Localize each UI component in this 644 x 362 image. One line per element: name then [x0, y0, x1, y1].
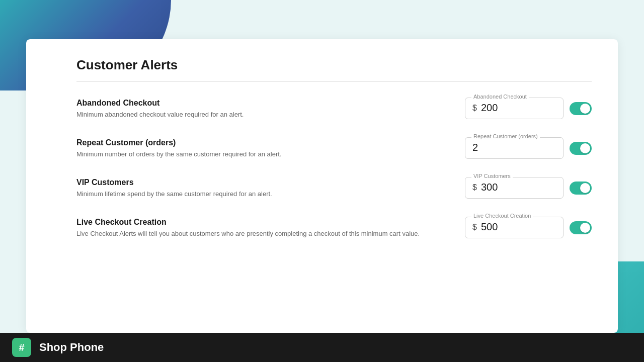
alert-control-abandoned-checkout: Abandoned Checkout$200 [465, 98, 592, 119]
fieldset-prefix-live-checkout: $ [472, 223, 477, 232]
fieldset-legend-abandoned-checkout: Abandoned Checkout [471, 94, 529, 100]
toggle-vip-customers[interactable] [570, 182, 592, 195]
toggle-repeat-customer[interactable] [570, 142, 592, 155]
alert-title-repeat-customer: Repeat Customer (orders) [76, 138, 465, 147]
fieldset-live-checkout[interactable]: Live Checkout Creation$500 [465, 217, 564, 238]
alert-row-live-checkout: Live Checkout CreationLive Checkout Aler… [76, 217, 592, 238]
bottom-bar: # Shop Phone [0, 333, 644, 362]
fieldset-legend-live-checkout: Live Checkout Creation [471, 213, 533, 219]
fieldset-content-vip-customers: $300 [472, 182, 556, 193]
alert-row-abandoned-checkout: Abandoned CheckoutMinimum abandoned chec… [76, 98, 592, 119]
alert-control-repeat-customer: Repeat Customer (orders)2 [465, 137, 592, 159]
fieldset-legend-repeat-customer: Repeat Customer (orders) [471, 133, 540, 139]
alert-title-abandoned-checkout: Abandoned Checkout [76, 99, 465, 108]
fieldset-value-abandoned-checkout: 200 [481, 102, 498, 114]
alert-title-live-checkout: Live Checkout Creation [76, 218, 465, 227]
logo-symbol: # [19, 342, 24, 353]
alert-info-repeat-customer: Repeat Customer (orders)Minimum number o… [76, 138, 465, 158]
fieldset-value-repeat-customer: 2 [472, 142, 478, 153]
toggle-track-repeat-customer [570, 142, 592, 155]
toggle-track-live-checkout [570, 221, 592, 234]
toggle-thumb-live-checkout [580, 223, 590, 233]
logo-icon: # [12, 338, 31, 357]
alert-desc-repeat-customer: Minimum number of orders by the same cus… [76, 150, 465, 158]
toggle-abandoned-checkout[interactable] [570, 102, 592, 115]
fieldset-value-live-checkout: 500 [481, 221, 498, 233]
alert-info-abandoned-checkout: Abandoned CheckoutMinimum abandoned chec… [76, 99, 465, 118]
toggle-live-checkout[interactable] [570, 221, 592, 234]
alert-info-vip-customers: VIP CustomersMinimum lifetime spend by t… [76, 178, 465, 198]
toggle-track-vip-customers [570, 182, 592, 195]
alert-title-vip-customers: VIP Customers [76, 178, 465, 187]
toggle-thumb-abandoned-checkout [580, 104, 590, 114]
fieldset-prefix-abandoned-checkout: $ [472, 104, 477, 113]
toggle-thumb-vip-customers [580, 183, 590, 193]
alert-control-vip-customers: VIP Customers$300 [465, 177, 592, 199]
fieldset-content-live-checkout: $500 [472, 221, 556, 233]
alert-desc-vip-customers: Minimum lifetime spend by the same custo… [76, 190, 465, 198]
toggle-thumb-repeat-customer [580, 143, 590, 153]
alert-info-live-checkout: Live Checkout CreationLive Checkout Aler… [76, 218, 465, 237]
fieldset-value-vip-customers: 300 [481, 182, 498, 193]
fieldset-legend-vip-customers: VIP Customers [471, 173, 513, 179]
alert-row-repeat-customer: Repeat Customer (orders)Minimum number o… [76, 137, 592, 159]
alert-row-vip-customers: VIP CustomersMinimum lifetime spend by t… [76, 177, 592, 199]
alert-desc-live-checkout: Live Checkout Alerts will tell you about… [76, 230, 465, 237]
fieldset-prefix-vip-customers: $ [472, 183, 477, 192]
fieldset-vip-customers[interactable]: VIP Customers$300 [465, 177, 564, 199]
title-divider [76, 81, 592, 81]
toggle-track-abandoned-checkout [570, 102, 592, 115]
fieldset-abandoned-checkout[interactable]: Abandoned Checkout$200 [465, 98, 564, 119]
alerts-container: Abandoned CheckoutMinimum abandoned chec… [76, 98, 592, 238]
alert-desc-abandoned-checkout: Minimum abandoned checkout value require… [76, 111, 465, 118]
fieldset-content-repeat-customer: 2 [472, 142, 556, 153]
page-title: Customer Alerts [76, 57, 592, 73]
alert-control-live-checkout: Live Checkout Creation$500 [465, 217, 592, 238]
app-name: Shop Phone [39, 341, 104, 354]
fieldset-content-abandoned-checkout: $200 [472, 102, 556, 114]
fieldset-repeat-customer[interactable]: Repeat Customer (orders)2 [465, 137, 564, 159]
main-card: Customer Alerts Abandoned CheckoutMinimu… [26, 39, 618, 333]
